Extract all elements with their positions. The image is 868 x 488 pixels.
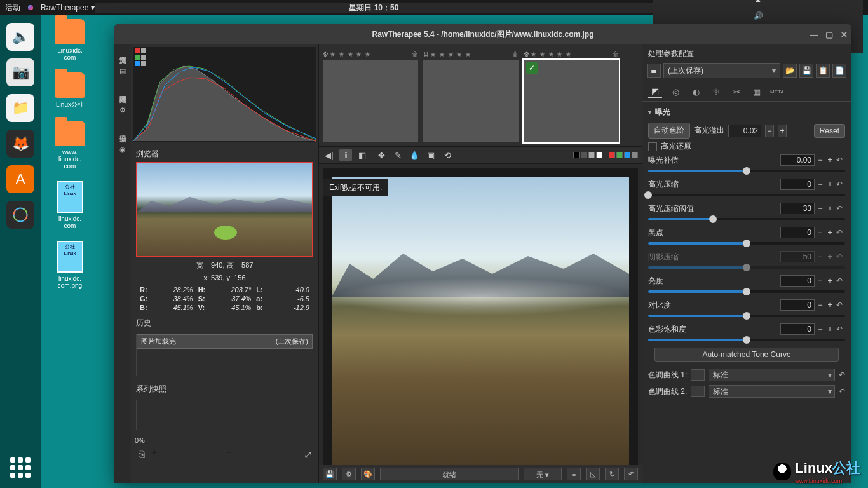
zoom-in-button[interactable]: + [151, 447, 224, 462]
slider-对比度[interactable]: 对比度 0 − + ↶ [648, 299, 845, 317]
undo-icon[interactable]: ↶ [836, 276, 845, 285]
slider-value[interactable]: 0.00 [780, 154, 815, 166]
save-button[interactable]: 💾 [323, 468, 337, 480]
slider-track[interactable] [648, 266, 845, 269]
thumbnail-selected[interactable]: ⚙★ ★ ★ ★ ★🗑 ✓ [524, 48, 619, 142]
slider-value[interactable]: 0 [780, 227, 815, 238]
rating-stars[interactable]: ★ ★ ★ ★ ★ [430, 51, 511, 58]
rotate-icon[interactable]: ↻ [605, 468, 619, 480]
undo-icon[interactable]: ↶ [839, 370, 845, 379]
show-applications[interactable] [10, 458, 31, 478]
slider-高光压缩阈值[interactable]: 高光压缩阈值 33 − + ↶ [648, 203, 845, 220]
desktop-file[interactable]: 公社Linuxlinuxidc. com [44, 181, 95, 229]
gear-icon[interactable]: ⚙ [423, 51, 429, 58]
desktop-folder[interactable]: Linuxidc. com [44, 19, 95, 61]
minus-button[interactable]: − [817, 325, 824, 334]
minus-button[interactable]: − [817, 228, 824, 237]
slider-track[interactable] [648, 339, 845, 341]
navigator[interactable] [136, 162, 313, 257]
straighten-tool[interactable]: ⟲ [441, 149, 454, 161]
slider-色彩饱和度[interactable]: 色彩饱和度 0 − + ↶ [648, 323, 845, 341]
plus-button[interactable]: + [826, 204, 834, 213]
wifi-icon[interactable]: ▲ [754, 0, 762, 4]
desktop-folder[interactable]: Linux公社 [44, 72, 95, 109]
minus-button[interactable]: − [817, 156, 824, 165]
hand-tool[interactable]: ✥ [375, 149, 388, 161]
undo-icon[interactable]: ↶ [836, 204, 845, 213]
panel-left-toggle[interactable]: ◀| [323, 149, 336, 161]
crop-tool[interactable]: ▣ [424, 149, 437, 161]
minus-button[interactable]: − [817, 204, 824, 213]
minimize-button[interactable]: — [810, 30, 818, 39]
tab-exposure[interactable]: ◩ [648, 85, 662, 98]
undo-icon[interactable]: ↶ [836, 325, 845, 334]
curve-type-icon[interactable] [691, 386, 705, 397]
zoom-out-button[interactable]: − [226, 447, 299, 462]
rating-stars[interactable]: ★ ★ ★ ★ ★ [531, 51, 611, 58]
plus-button[interactable]: + [826, 301, 834, 309]
profile-mode-icon[interactable]: ≣ [647, 64, 661, 78]
history-item[interactable]: 图片加载完(上次保存) [137, 334, 313, 349]
gear-icon[interactable]: ⚙ [524, 51, 529, 58]
minus-button[interactable]: − [817, 180, 824, 189]
dock-app-files[interactable]: 📁 [6, 94, 34, 122]
clip-plus[interactable]: + [778, 125, 787, 137]
color-wheel-icon[interactable]: ◉ [117, 144, 128, 155]
minus-button[interactable]: − [817, 276, 824, 285]
clock[interactable]: 星期日 10：50 [95, 3, 653, 13]
plus-button[interactable]: + [826, 228, 834, 237]
profile-load-icon[interactable]: 📂 [783, 64, 797, 78]
slider-track[interactable] [648, 194, 845, 196]
auto-levels-button[interactable]: 自动色阶 [648, 123, 690, 139]
dock-app-camera[interactable]: 📷 [6, 58, 34, 86]
snapshot-list[interactable] [136, 400, 313, 430]
curve2-mode-select[interactable]: 标准 [709, 385, 835, 398]
slider-value[interactable]: 0 [780, 179, 815, 190]
tone-curve-toggle[interactable]: Auto-matched Tone Curve [654, 348, 839, 362]
histogram[interactable] [133, 47, 316, 142]
background-swatches[interactable] [573, 152, 602, 158]
slider-曝光补偿[interactable]: 曝光补偿 0.00 − + ↶ [648, 154, 845, 172]
undo-icon[interactable]: ↶ [836, 228, 845, 237]
tab-advanced[interactable]: ⚛ [709, 85, 723, 98]
output-profile-select[interactable]: 无 ▾ [524, 468, 562, 480]
wb-picker-tool[interactable]: 💧 [408, 149, 421, 161]
slider-track[interactable] [648, 242, 845, 245]
dock-app-software[interactable]: A [6, 165, 34, 193]
reset-button[interactable]: Reset [814, 124, 845, 138]
tab-transform[interactable]: ✂ [729, 85, 743, 98]
profile-paste-icon[interactable]: 📄 [832, 64, 846, 78]
slider-value[interactable]: 33 [780, 203, 815, 214]
dock-app-speaker[interactable]: 🔈 [6, 23, 34, 51]
slider-track[interactable] [648, 315, 845, 317]
picker-tool[interactable]: ✎ [391, 149, 404, 161]
thumbnail[interactable]: ⚙★ ★ ★ ★ ★🗑 [323, 48, 418, 142]
gear-icon[interactable]: ⚙ [117, 104, 128, 116]
profile-select[interactable]: (上次保存) [663, 63, 780, 78]
plus-button[interactable]: + [826, 325, 834, 334]
slider-track[interactable] [648, 218, 845, 220]
tab-meta[interactable]: META [770, 85, 784, 98]
minus-button[interactable]: − [817, 252, 824, 261]
trash-icon[interactable]: 🗑 [613, 51, 619, 58]
rating-stars[interactable]: ★ ★ ★ ★ ★ [330, 51, 410, 58]
profile-copy-icon[interactable]: 📋 [816, 64, 830, 78]
expand-icon[interactable]: ⤢ [301, 447, 315, 462]
external-editor-button[interactable]: 🎨 [361, 468, 375, 480]
tab-file-browser[interactable]: 文件浏览 [118, 48, 128, 53]
curve-type-icon[interactable] [691, 369, 705, 381]
slider-高光压缩[interactable]: 高光压缩 0 − + ↶ [648, 179, 845, 196]
curve1-mode-select[interactable]: 标准 [709, 369, 835, 381]
tab-detail[interactable]: ◎ [668, 85, 682, 98]
gear-icon[interactable]: ⚙ [323, 51, 329, 58]
channel-swatches[interactable] [609, 152, 638, 158]
close-button[interactable]: ✕ [841, 30, 848, 39]
slider-value[interactable]: 0 [780, 323, 815, 335]
clip-value[interactable]: 0.02 [728, 125, 761, 137]
profile-save-icon[interactable]: 💾 [799, 64, 813, 78]
tab-batch-queue[interactable]: 批处理队列 [118, 88, 128, 93]
undo-icon[interactable]: ↶ [836, 301, 845, 309]
volume-icon[interactable]: 🔊 [754, 11, 763, 20]
plus-button[interactable]: + [826, 180, 834, 189]
trash-icon[interactable]: 🗑 [412, 51, 418, 58]
